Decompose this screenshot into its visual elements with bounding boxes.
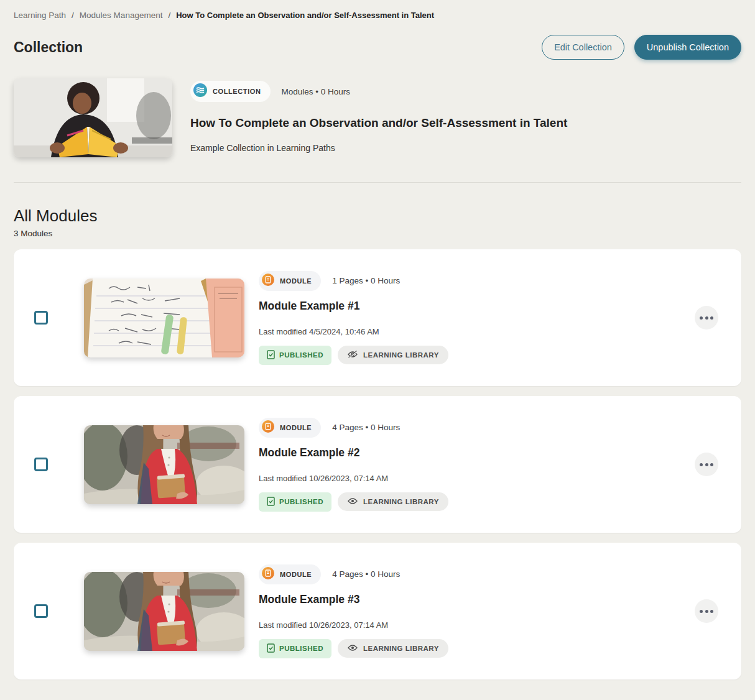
modules-section-header: All Modules 3 Modules — [14, 206, 741, 238]
module-checkbox[interactable] — [34, 311, 48, 325]
module-more-actions-button[interactable] — [695, 306, 718, 329]
module-card: MODULE 1 Pages • 0 Hours Module Example … — [14, 249, 741, 386]
learning-library-badge: LEARNING LIBRARY — [338, 492, 448, 511]
module-icon — [262, 567, 274, 582]
module-title: Module Example #3 — [259, 593, 695, 606]
module-icon — [262, 274, 274, 288]
collection-type-badge: COLLECTION — [190, 81, 271, 102]
page-header: Collection Edit Collection Unpublish Col… — [14, 35, 741, 60]
breadcrumb-modules-management[interactable]: Modules Management — [80, 11, 163, 20]
module-meta: 1 Pages • 0 Hours — [332, 276, 400, 285]
modules-list: MODULE 1 Pages • 0 Hours Module Example … — [14, 249, 741, 679]
breadcrumb-learning-path[interactable]: Learning Path — [14, 11, 66, 20]
header-actions: Edit Collection Unpublish Collection — [542, 35, 741, 60]
collection-subtitle: Example Collection in Learning Paths — [190, 143, 567, 153]
section-divider — [14, 182, 741, 183]
eye-icon — [347, 497, 358, 507]
module-icon — [262, 420, 274, 435]
module-checkbox[interactable] — [34, 604, 48, 618]
published-label: PUBLISHED — [279, 351, 323, 359]
breadcrumb-separator: / — [168, 11, 170, 20]
module-badge-label: MODULE — [280, 571, 312, 578]
collection-title: How To Complete an Observation and/or Se… — [190, 116, 567, 130]
module-title: Module Example #2 — [259, 446, 695, 459]
unpublish-collection-button[interactable]: Unpublish Collection — [634, 35, 741, 60]
eye-off-icon — [347, 350, 358, 360]
eye-icon — [347, 643, 358, 653]
learning-library-label: LEARNING LIBRARY — [363, 645, 439, 652]
module-checkbox[interactable] — [34, 458, 48, 471]
published-doc-icon — [267, 350, 275, 361]
module-last-modified: Last modified 10/26/2023, 07:14 AM — [259, 474, 695, 483]
page-title: Collection — [14, 39, 83, 56]
published-label: PUBLISHED — [279, 498, 323, 505]
module-card: MODULE 4 Pages • 0 Hours Module Example … — [14, 543, 741, 679]
module-card: MODULE 4 Pages • 0 Hours Module Example … — [14, 396, 741, 533]
learning-library-label: LEARNING LIBRARY — [363, 351, 439, 359]
collection-meta: Modules • 0 Hours — [282, 87, 351, 96]
module-meta: 4 Pages • 0 Hours — [332, 423, 400, 432]
modules-section-title: All Modules — [14, 206, 741, 226]
module-badge-label: MODULE — [280, 424, 312, 431]
module-type-badge: MODULE — [259, 564, 321, 584]
module-type-badge: MODULE — [259, 271, 321, 291]
collection-page: Learning Path / Modules Management / How… — [0, 0, 755, 679]
published-doc-icon — [267, 643, 275, 654]
learning-library-badge: LEARNING LIBRARY — [338, 346, 448, 364]
module-meta: 4 Pages • 0 Hours — [332, 569, 400, 579]
module-last-modified: Last modified 4/5/2024, 10:46 AM — [259, 327, 695, 336]
module-card-content: MODULE 4 Pages • 0 Hours Module Example … — [259, 418, 695, 512]
module-more-actions-button[interactable] — [695, 599, 718, 623]
module-type-badge: MODULE — [259, 418, 321, 438]
module-thumbnail — [84, 279, 244, 357]
learning-library-label: LEARNING LIBRARY — [363, 498, 439, 505]
modules-count: 3 Modules — [14, 229, 741, 238]
collection-thumbnail — [14, 78, 172, 157]
published-badge: PUBLISHED — [259, 346, 331, 365]
collection-icon — [193, 83, 207, 99]
module-thumbnail — [84, 572, 244, 651]
breadcrumb-current-collection: How To Complete an Observation and/or Se… — [176, 11, 434, 20]
published-badge: PUBLISHED — [259, 639, 331, 658]
collection-info: COLLECTION Modules • 0 Hours How To Comp… — [190, 78, 567, 157]
learning-library-badge: LEARNING LIBRARY — [338, 639, 448, 658]
module-last-modified: Last modified 10/26/2023, 07:14 AM — [259, 620, 695, 630]
module-title: Module Example #1 — [259, 300, 695, 313]
breadcrumb-separator: / — [72, 11, 74, 20]
module-card-content: MODULE 4 Pages • 0 Hours Module Example … — [259, 564, 695, 658]
breadcrumb: Learning Path / Modules Management / How… — [14, 0, 741, 20]
published-label: PUBLISHED — [279, 645, 323, 652]
module-thumbnail — [84, 425, 244, 504]
published-doc-icon — [267, 497, 275, 507]
module-card-content: MODULE 1 Pages • 0 Hours Module Example … — [259, 271, 695, 365]
module-badge-label: MODULE — [280, 277, 312, 285]
collection-summary: COLLECTION Modules • 0 Hours How To Comp… — [14, 78, 741, 157]
published-badge: PUBLISHED — [259, 492, 331, 512]
collection-badge-label: COLLECTION — [213, 88, 261, 95]
edit-collection-button[interactable]: Edit Collection — [542, 35, 624, 60]
module-more-actions-button[interactable] — [695, 453, 718, 476]
